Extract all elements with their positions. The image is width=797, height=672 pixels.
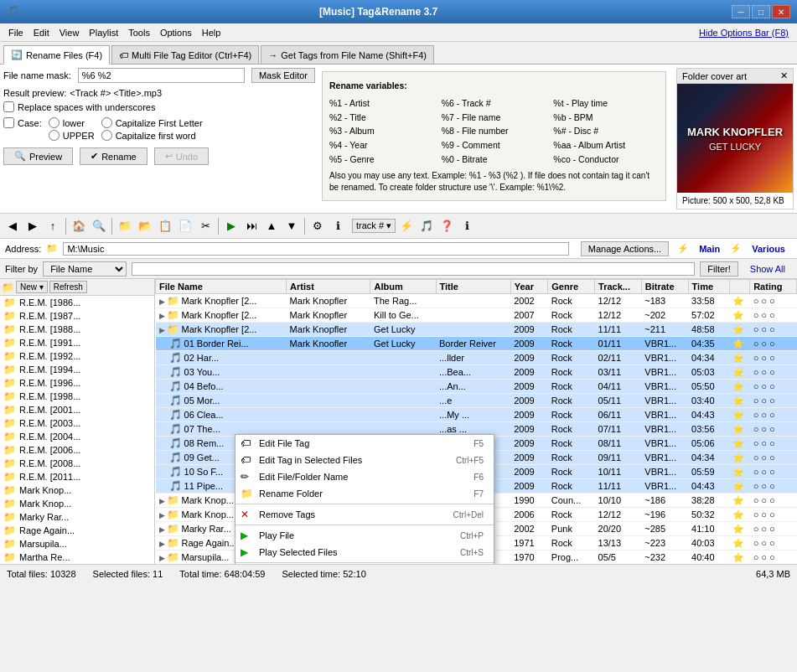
toolbar-home-button[interactable]: 🏠: [70, 217, 88, 235]
new-folder-button[interactable]: New ▾: [16, 281, 48, 293]
col-time[interactable]: Time: [688, 280, 729, 294]
tree-item-12[interactable]: 📁R.E.M. [2008...: [0, 457, 154, 470]
tree-item-19[interactable]: 📁Martha Re...: [0, 551, 154, 564]
tree-item-11[interactable]: 📁R.E.M. [2006...: [0, 443, 154, 457]
case-checkbox[interactable]: [3, 117, 14, 128]
maximize-button[interactable]: □: [752, 5, 770, 18]
toolbar-folder-button[interactable]: 📁: [116, 217, 134, 235]
refresh-button[interactable]: Refresh: [49, 281, 87, 293]
cover-close-icon[interactable]: ✕: [780, 70, 788, 81]
col-title[interactable]: Title: [436, 280, 510, 294]
col-genre[interactable]: Genre: [548, 280, 595, 294]
filter-input[interactable]: [132, 262, 695, 276]
col-artist[interactable]: Artist: [287, 280, 370, 294]
col-rating[interactable]: Rating: [750, 280, 797, 294]
mask-editor-button[interactable]: Mask Editor: [251, 68, 315, 83]
col-album[interactable]: Album: [370, 280, 436, 294]
manage-actions-button[interactable]: Manage Actions...: [581, 241, 669, 256]
minimize-button[interactable]: ─: [732, 5, 750, 18]
ctx-play-file[interactable]: ▶ Play File Ctrl+P: [235, 527, 494, 544]
toolbar-forward-button[interactable]: ▶: [23, 217, 42, 235]
tree-item-4[interactable]: 📁R.E.M. [1992...: [0, 349, 154, 363]
toolbar-up-button[interactable]: ↑: [44, 217, 62, 235]
tree-item-8[interactable]: 📁R.E.M. [2001...: [0, 403, 154, 416]
close-button[interactable]: ✕: [772, 5, 790, 18]
toolbar-playlist-down-button[interactable]: ▼: [282, 217, 301, 235]
track-dropdown-label[interactable]: track # ▾: [352, 219, 396, 233]
toolbar-info-button[interactable]: ℹ: [329, 217, 347, 235]
toolbar-extra1-button[interactable]: ⚡: [397, 217, 416, 235]
table-row[interactable]: ▶📁 Mark Knopfler [2... Mark Knopfler Kil…: [156, 308, 797, 323]
tab-get-tags[interactable]: → Get Tags from File Name (Shift+F4): [261, 45, 434, 64]
rename-button[interactable]: ✔ Rename: [80, 147, 147, 165]
tree-item-15[interactable]: 📁Mark Knop...: [0, 497, 154, 510]
ctx-play-selected[interactable]: ▶ Play Selected Files Ctrl+S: [235, 544, 494, 561]
hide-options-bar[interactable]: Hide Options Bar (F8): [694, 26, 794, 39]
col-bitrate[interactable]: Bitrate: [641, 280, 688, 294]
toolbar-back-button[interactable]: ◀: [3, 217, 22, 235]
tab-rename-files[interactable]: 🔄 Rename Files (F4): [3, 45, 110, 65]
menu-edit[interactable]: Edit: [28, 26, 54, 39]
tree-item-3[interactable]: 📁R.E.M. [1991...: [0, 336, 154, 349]
tree-item-13[interactable]: 📁R.E.M. [2011...: [0, 470, 154, 483]
various-button[interactable]: Various: [745, 242, 792, 256]
mask-input[interactable]: [78, 68, 245, 83]
tree-item-18[interactable]: 📁Marsupila...: [0, 537, 154, 551]
filter-type-select[interactable]: File Name Artist Album Title: [43, 261, 127, 277]
tree-item-9[interactable]: 📁R.E.M. [2003...: [0, 416, 154, 430]
tree-item-1[interactable]: 📁R.E.M. [1987...: [0, 309, 154, 323]
case-upper-radio[interactable]: [49, 130, 60, 141]
toolbar-settings-button[interactable]: ⚙: [308, 217, 327, 235]
tree-item-5[interactable]: 📁R.E.M. [1994...: [0, 363, 154, 376]
toolbar-extra3-button[interactable]: ❓: [437, 217, 456, 235]
table-row[interactable]: 🎵 01 Border Rei... Mark Knoofler Get Luc…: [156, 337, 797, 351]
ctx-remove-tags[interactable]: ✕ Remove Tags Ctrl+Del: [235, 506, 494, 523]
menu-view[interactable]: View: [54, 26, 85, 39]
table-row[interactable]: 🎵 05 Mor... ...e 2009 Rock 05/11 VBR1...…: [156, 394, 797, 408]
preview-button[interactable]: 🔍 Preview: [3, 147, 73, 165]
tree-item-14[interactable]: 📁Mark Knop...: [0, 483, 154, 497]
col-filename[interactable]: File Name: [156, 280, 287, 294]
col-extra[interactable]: [729, 280, 750, 294]
tree-item-6[interactable]: 📁R.E.M. [1996...: [0, 376, 154, 390]
table-row[interactable]: ▶📁 Mark Knopfler [2... Mark Knopfler Get…: [156, 323, 797, 337]
tree-item-17[interactable]: 📁Rage Again...: [0, 524, 154, 537]
toolbar-playlist-button[interactable]: ▲: [262, 217, 281, 235]
table-row[interactable]: 🎵 02 Har... ...llder 2009 Rock 02/11 VBR…: [156, 351, 797, 365]
capitalize-first-word-radio[interactable]: [101, 130, 112, 141]
toolbar-folder-new-button[interactable]: 📂: [136, 217, 154, 235]
tree-item-2[interactable]: 📁R.E.M. [1988...: [0, 323, 154, 336]
menu-help[interactable]: Help: [197, 26, 226, 39]
capitalize-first-letter-radio[interactable]: [101, 117, 112, 128]
toolbar-extra2-button[interactable]: 🎵: [417, 217, 436, 235]
col-track[interactable]: Track...: [595, 280, 642, 294]
toolbar-skip-button[interactable]: ⏭: [242, 217, 261, 235]
menu-options[interactable]: Options: [155, 26, 197, 39]
ctx-edit-filename[interactable]: ✏ Edit File/Folder Name F6: [235, 468, 494, 485]
table-row[interactable]: 🎵 03 You... ...Bea... 2009 Rock 03/11 VB…: [156, 365, 797, 380]
tree-item-16[interactable]: 📁Marky Rar...: [0, 510, 154, 524]
address-input[interactable]: [63, 242, 568, 256]
filter-button[interactable]: Filter!: [700, 261, 738, 277]
menu-file[interactable]: File: [3, 26, 28, 39]
ctx-edit-file-tag[interactable]: 🏷 Edit File Tag F5: [235, 435, 494, 452]
tree-item-7[interactable]: 📁R.E.M. [1998...: [0, 390, 154, 403]
menu-playlist[interactable]: Playlist: [84, 26, 123, 39]
main-button[interactable]: Main: [692, 242, 727, 256]
toolbar-play-button[interactable]: ▶: [222, 217, 241, 235]
ctx-edit-tag-selected[interactable]: 🏷 Edit Tag in Selected Files Ctrl+F5: [235, 452, 494, 468]
toolbar-about-button[interactable]: ℹ: [458, 217, 476, 235]
table-row[interactable]: ▶📁 Mark Knopfler [2... Mark Knopfler The…: [156, 294, 797, 308]
toolbar-search-button[interactable]: 🔍: [90, 217, 108, 235]
toolbar-paste-button[interactable]: 📄: [176, 217, 194, 235]
tab-multi-file-tag[interactable]: 🏷 Multi File Tag Editor (Ctrl+F4): [111, 45, 259, 64]
tree-item-10[interactable]: 📁R.E.M. [2004...: [0, 430, 154, 443]
replace-spaces-checkbox[interactable]: [3, 101, 14, 112]
menu-tools[interactable]: Tools: [123, 26, 155, 39]
tree-item-0[interactable]: 📁R.E.M. [1986...: [0, 296, 154, 309]
case-lower-radio[interactable]: [49, 117, 60, 128]
undo-button[interactable]: ↩ Undo: [154, 147, 209, 165]
table-row[interactable]: 🎵 06 Clea... ...My ... 2009 Rock 06/11 V…: [156, 408, 797, 422]
ctx-rename-folder[interactable]: 📁 Rename Folder F7: [235, 485, 494, 502]
col-year[interactable]: Year: [510, 280, 548, 294]
